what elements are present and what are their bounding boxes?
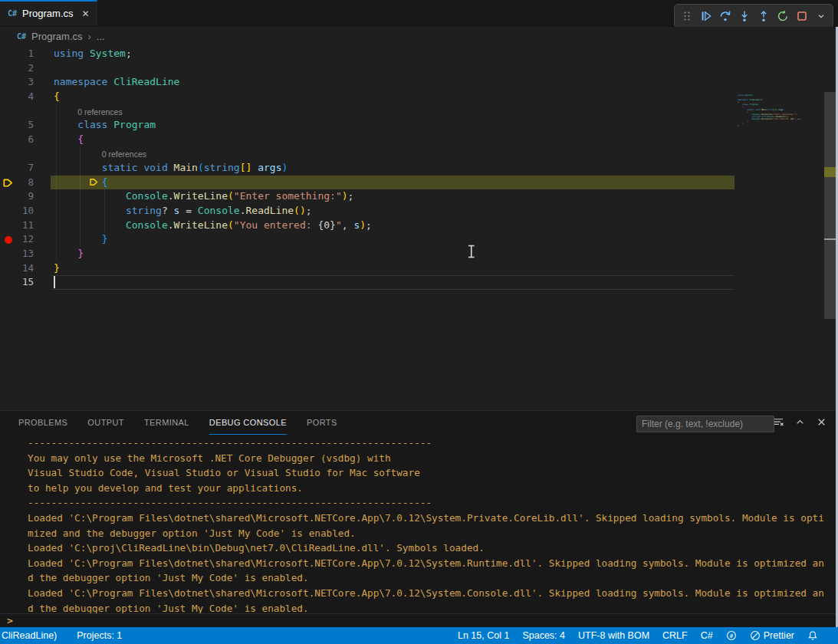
status-item-label: Projects: 1 <box>77 630 122 641</box>
status-item-prettier[interactable]: Prettier <box>750 630 794 641</box>
tab-label: Program.cs <box>22 8 73 19</box>
indent-guide <box>56 104 57 119</box>
breadcrumb-file[interactable]: Program.cs <box>31 31 82 42</box>
panel-tab-output[interactable]: OUTPUT <box>87 411 124 435</box>
scrollbar-slider[interactable] <box>824 92 836 319</box>
breadcrumb[interactable]: C# Program.cs › ... <box>0 27 838 46</box>
restart-icon[interactable] <box>773 6 792 26</box>
filter-input[interactable] <box>636 416 774 432</box>
line-number: 11 <box>0 219 34 233</box>
status-item-crlf[interactable]: CRLF <box>662 630 688 641</box>
console-output-line: Visual Studio Code, Visual Studio or Vis… <box>0 465 838 481</box>
status-item-c-[interactable]: C# <box>701 630 713 641</box>
csharp-circle-icon: # <box>726 630 737 641</box>
step-into-icon[interactable] <box>734 6 754 26</box>
indent-guide <box>80 146 81 161</box>
panel-tab-problems[interactable]: PROBLEMS <box>18 411 67 435</box>
breakpoint-icon[interactable] <box>5 236 12 244</box>
status-item-clireadline-[interactable]: CliReadLine) <box>2 630 57 641</box>
vscode-window: C# Program.cs ✕ ·· C# Program.cs › ... 1… <box>0 0 838 644</box>
status-item-bell[interactable] <box>807 630 818 641</box>
console-output-line: d the debugger option 'Just My Code' is … <box>0 570 838 586</box>
current-line-highlight <box>51 275 734 290</box>
line-number: 3 <box>0 75 34 90</box>
status-item-csharp-circle[interactable]: # <box>726 630 737 641</box>
code-text: using System; <box>54 47 132 61</box>
close-icon[interactable]: ✕ <box>82 8 90 19</box>
status-item-utf-8-with-bom[interactable]: UTF-8 with BOM <box>578 630 649 641</box>
console-output-line: mized and the debugger option 'Just My C… <box>0 526 838 541</box>
code-text: static void Main(string[] args) <box>54 161 288 176</box>
console-output-line: Loaded 'C:\Program Files\dotnet\shared\M… <box>0 586 838 601</box>
console-output-line: Loaded 'C:\proj\CliReadLine\bin\Debug\ne… <box>0 540 838 556</box>
bottom-panel: PROBLEMSOUTPUTTERMINALDEBUG CONSOLEPORTS… <box>0 410 838 627</box>
code-text: { <box>54 90 60 104</box>
codelens-row: 0 references <box>0 146 838 161</box>
code-line: 15 <box>0 275 838 290</box>
code-line: 7 static void Main(string[] args) <box>0 161 838 176</box>
codelens-row: 0 references <box>0 104 838 119</box>
code-line: 2 <box>0 61 838 76</box>
code-line: 13 } <box>0 247 838 261</box>
continue-icon[interactable] <box>696 6 715 26</box>
code-line: 5 class Program <box>0 118 838 133</box>
code-text: Console.WriteLine("You entered: {0}", s)… <box>54 219 372 233</box>
panel-tab-ports[interactable]: PORTS <box>307 411 337 435</box>
line-number: 15 <box>0 275 34 290</box>
console-output-line: You may only use the Microsoft .NET Core… <box>0 451 838 466</box>
step-over-icon[interactable] <box>715 6 734 26</box>
step-out-icon[interactable] <box>754 6 773 26</box>
code-editor[interactable]: 1using System;23namespace CliReadLine4{0… <box>0 46 838 410</box>
debug-toolbar <box>674 4 833 28</box>
console-prompt[interactable]: > <box>7 615 13 626</box>
console-input-divider <box>0 613 838 614</box>
breadcrumb-ellipsis[interactable]: ... <box>97 31 105 42</box>
clear-console-icon[interactable] <box>773 416 784 428</box>
debug-console[interactable]: ----------------------------------------… <box>0 435 838 627</box>
csharp-file-icon: C# <box>17 32 26 41</box>
line-number: 10 <box>0 204 34 219</box>
code-text: } <box>54 261 60 276</box>
console-output-line: ----------------------------------------… <box>0 435 838 451</box>
codelens-references[interactable]: 0 references <box>77 105 122 120</box>
line-number: 6 <box>0 133 34 147</box>
code-line: 3namespace CliReadLine <box>0 75 838 90</box>
minimap[interactable]: using System; namespace CliReadLine{ cla… <box>738 94 801 130</box>
codelens-references[interactable]: 0 references <box>102 147 146 162</box>
stop-icon[interactable] <box>792 6 811 26</box>
status-item-spaces-4[interactable]: Spaces: 4 <box>522 630 565 641</box>
code-line: 12 } <box>0 232 838 247</box>
tab-bar: C# Program.cs ✕ ·· <box>0 0 838 27</box>
console-output-line: ----------------------------------------… <box>0 495 838 511</box>
console-output-line: Loaded 'C:\Program Files\dotnet\shared\M… <box>0 511 838 526</box>
panel-tab-terminal[interactable]: TERMINAL <box>144 411 189 435</box>
code-text: } <box>54 247 84 261</box>
status-item-label: Prettier <box>764 630 794 641</box>
maximize-panel-icon[interactable] <box>794 416 806 428</box>
panel-actions <box>773 416 827 428</box>
debug-current-line-highlight <box>51 176 734 190</box>
text-caret <box>54 276 55 288</box>
code-line: 6 { <box>0 133 838 147</box>
status-bar: CliReadLine)Projects: 1 Ln 15, Col 1Spac… <box>0 627 838 644</box>
close-panel-icon[interactable] <box>816 416 827 428</box>
tab-program-cs[interactable]: C# Program.cs ✕ <box>0 0 97 25</box>
code-line: 4{ <box>0 90 838 104</box>
status-item-ln-15-col-1[interactable]: Ln 15, Col 1 <box>458 630 509 641</box>
code-line: 9 Console.WriteLine("Enter something:"); <box>0 189 838 204</box>
editor-scrollbar[interactable] <box>824 92 836 456</box>
code-text: string? s = Console.ReadLine(); <box>54 204 312 219</box>
mouse-ibeam-cursor <box>467 245 476 261</box>
chevron-down-icon[interactable] <box>811 6 830 26</box>
svg-text:#: # <box>729 632 733 639</box>
line-number: 2 <box>0 61 34 76</box>
status-item-projects-1[interactable]: Projects: 1 <box>77 630 122 641</box>
chevron-right-icon: › <box>88 31 91 42</box>
csharp-file-icon: C# <box>8 9 17 18</box>
code-text: { <box>54 176 107 190</box>
code-text: Console.WriteLine("Enter something:"); <box>54 189 353 204</box>
status-item-label: CRLF <box>662 630 688 641</box>
panel-tab-debug-console[interactable]: DEBUG CONSOLE <box>209 411 287 435</box>
status-item-label: Spaces: 4 <box>522 630 565 641</box>
status-item-label: CliReadLine) <box>2 630 57 641</box>
